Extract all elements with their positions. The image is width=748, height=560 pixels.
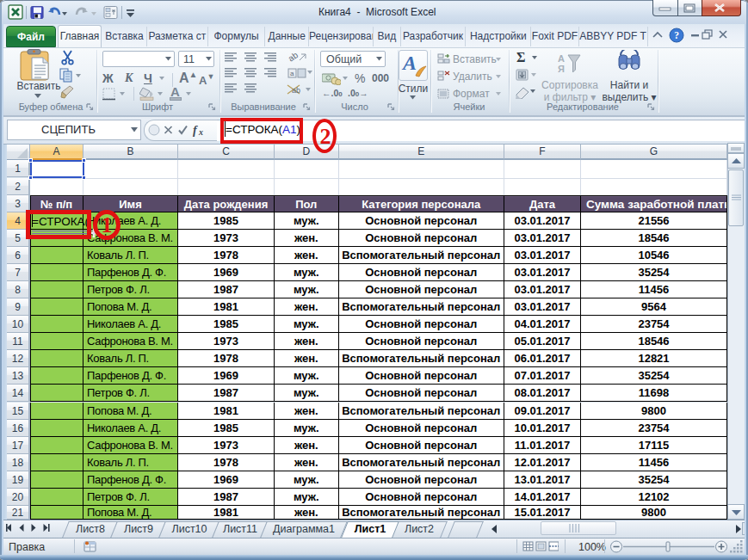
svg-text:ab: ab	[292, 86, 300, 95]
svg-text:?: ?	[674, 30, 679, 40]
svg-text:x: x	[198, 127, 203, 137]
svg-text:Я: Я	[558, 64, 565, 74]
svg-text:А: А	[558, 53, 565, 64]
svg-text:ab: ab	[287, 50, 300, 64]
svg-text:f: f	[193, 124, 198, 137]
svg-text:a: a	[290, 70, 294, 77]
